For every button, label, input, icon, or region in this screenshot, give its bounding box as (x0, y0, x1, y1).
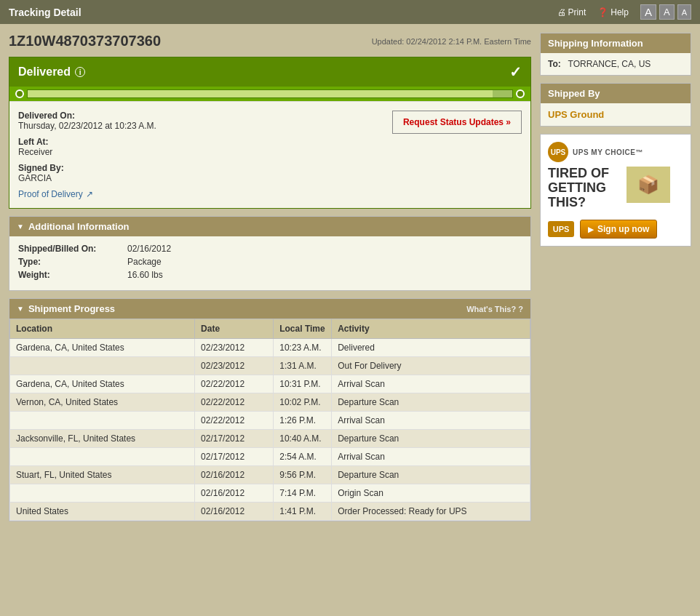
cell-activity: Arrival Scan (332, 412, 530, 430)
cell-location (10, 484, 195, 503)
cell-date: 02/22/2012 (195, 393, 274, 412)
table-row: 02/22/20121:26 P.M.Arrival Scan (10, 412, 530, 430)
weight-label: Weight: (18, 270, 127, 280)
printer-icon: 🖨 (557, 7, 566, 17)
col-location: Location (10, 319, 195, 339)
cell-date: 02/16/2012 (195, 484, 274, 503)
table-row: Stuart, FL, United States02/16/20129:56 … (10, 466, 530, 484)
cell-location: Stuart, FL, United States (10, 466, 195, 484)
request-status-button[interactable]: Request Status Updates » (392, 111, 522, 134)
delivered-box: Delivered i ✓ De (9, 57, 531, 209)
cell-date: 02/17/2012 (195, 448, 274, 466)
table-body: Gardena, CA, United States02/23/201210:2… (10, 339, 530, 521)
collapse-icon[interactable]: ▼ (17, 223, 24, 231)
package-image-icon: 📦 (637, 175, 659, 195)
table-row: 02/17/20122:54 A.M.Arrival Scan (10, 448, 530, 466)
col-activity: Activity (332, 319, 530, 339)
table-row: 02/23/20121:31 A.M.Out For Delivery (10, 357, 530, 375)
cell-activity: Arrival Scan (332, 375, 530, 393)
table-row: Vernon, CA, United States02/22/201210:02… (10, 393, 530, 412)
external-link-icon: ↗ (86, 189, 93, 199)
promo-box: UPS UPS MY CHOICE™ TIRED OF GETTING THIS… (540, 134, 691, 247)
shipped-by-header: Shipped By (541, 84, 691, 103)
promo-headline: TIRED OF GETTING THIS? (548, 167, 609, 209)
promo-text-block: TIRED OF GETTING THIS? (548, 167, 609, 214)
cell-time: 2:54 A.M. (274, 448, 332, 466)
cell-activity: Origin Scan (332, 484, 530, 503)
checkmark-icon: ✓ (509, 63, 522, 81)
shipped-by-panel: Shipped By UPS Ground (540, 83, 691, 127)
cell-activity: Order Processed: Ready for UPS (332, 503, 530, 521)
whats-this-link[interactable]: What's This? ? (466, 305, 523, 313)
play-icon: ▶ (588, 225, 594, 233)
cell-location (10, 448, 195, 466)
cell-activity: Out For Delivery (332, 357, 530, 375)
updated-text: Updated: 02/24/2012 2:14 P.M. Eastern Ti… (372, 37, 531, 46)
left-column: 1Z10W4870373707360 Updated: 02/24/2012 2… (0, 24, 540, 537)
shipping-info-panel: Shipping Information To: TORRANCE, CA, U… (540, 33, 691, 76)
cell-date: 02/23/2012 (195, 357, 274, 375)
ups-ground-link[interactable]: UPS Ground (548, 109, 604, 120)
shipment-progress-title: Shipment Progress (28, 303, 115, 314)
progress-bar-fill (28, 90, 493, 97)
ups-logo-bottom: UPS (548, 221, 574, 237)
cell-location (10, 412, 195, 430)
type-value: Package (127, 257, 162, 267)
proof-of-delivery-link[interactable]: Proof of Delivery ↗ (18, 189, 522, 199)
cell-time: 1:31 A.M. (274, 357, 332, 375)
to-value: TORRANCE, CA, US (568, 59, 651, 69)
weight-value: 16.60 lbs (127, 270, 163, 280)
to-label: To: (548, 59, 561, 69)
cell-location (10, 357, 195, 375)
delivery-details: Delivered On: Thursday, 02/23/2012 at 10… (18, 111, 392, 189)
progress-bar-track (27, 89, 513, 98)
font-medium-button[interactable]: A (659, 4, 675, 20)
print-link[interactable]: 🖨 Print (557, 7, 586, 17)
cell-date: 02/17/2012 (195, 430, 274, 448)
help-link[interactable]: ❓ Help (597, 7, 629, 17)
delivery-info: Delivered On: Thursday, 02/23/2012 at 10… (9, 101, 530, 208)
table-row: United States02/16/20121:41 P.M.Order Pr… (10, 503, 530, 521)
signup-button[interactable]: ▶ Sign up now (580, 220, 657, 239)
tracking-number-row: 1Z10W4870373707360 Updated: 02/24/2012 2… (9, 33, 531, 49)
cell-time: 10:02 P.M. (274, 393, 332, 412)
collapse-progress-icon[interactable]: ▼ (17, 305, 24, 313)
table-row: Gardena, CA, United States02/23/201210:2… (10, 339, 530, 357)
cell-location: United States (10, 503, 195, 521)
shipment-progress-table: Location Date Local Time Activity Garden… (9, 319, 530, 521)
cell-date: 02/16/2012 (195, 503, 274, 521)
cell-location: Gardena, CA, United States (10, 339, 195, 357)
table-row: 02/16/20127:14 P.M.Origin Scan (10, 484, 530, 503)
delivery-info-row: Delivered On: Thursday, 02/23/2012 at 10… (18, 111, 522, 189)
font-small-button[interactable]: A (677, 4, 691, 20)
shipped-billed-value: 02/16/2012 (127, 244, 171, 254)
shipped-billed-label: Shipped/Billed On: (18, 244, 127, 254)
cell-date: 02/22/2012 (195, 375, 274, 393)
cell-activity: Departure Scan (332, 466, 530, 484)
cell-activity: Departure Scan (332, 430, 530, 448)
promo-image: 📦 (627, 167, 670, 203)
cell-activity: Departure Scan (332, 393, 530, 412)
cell-time: 10:40 A.M. (274, 430, 332, 448)
shipping-info-body: To: TORRANCE, CA, US (541, 53, 691, 75)
delivered-header: Delivered i ✓ (9, 57, 530, 87)
shipment-progress-header: ▼ Shipment Progress What's This? ? (9, 299, 530, 319)
cell-date: 02/22/2012 (195, 412, 274, 430)
delivered-info-icon[interactable]: i (75, 67, 85, 77)
font-size-controls: A A A (640, 4, 691, 20)
font-large-button[interactable]: A (640, 4, 656, 20)
table-row: Gardena, CA, United States02/22/201210:3… (10, 375, 530, 393)
additional-info-content: Shipped/Billed On: 02/16/2012 Type: Pack… (9, 236, 530, 290)
right-column: Shipping Information To: TORRANCE, CA, U… (540, 24, 700, 537)
ups-logo-small: UPS (548, 142, 568, 162)
progress-dot-end (516, 89, 525, 98)
cell-date: 02/16/2012 (195, 466, 274, 484)
cell-time: 9:56 P.M. (274, 466, 332, 484)
page-header: Tracking Detail 🖨 Print ❓ Help A A A (0, 0, 700, 24)
col-local-time: Local Time (274, 319, 332, 339)
shipped-billed-row: Shipped/Billed On: 02/16/2012 (18, 244, 522, 254)
signed-by-label: Signed By: (18, 163, 392, 173)
shipped-by-body: UPS Ground (541, 103, 691, 126)
left-at-label: Left At: (18, 137, 392, 147)
delivered-label: Delivered (18, 65, 71, 79)
